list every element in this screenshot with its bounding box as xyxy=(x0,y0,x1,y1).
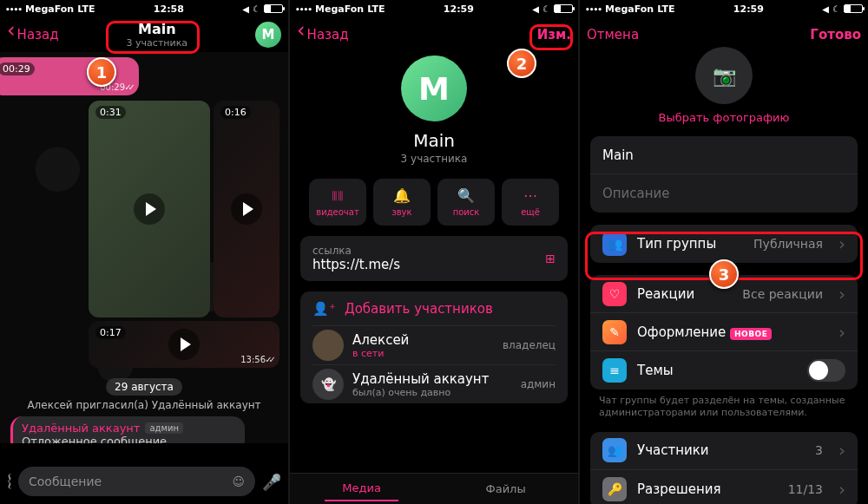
message-input[interactable]: Сообщение ☺ xyxy=(18,467,255,496)
topics-row: ≡ Темы xyxy=(590,351,858,389)
back-button[interactable]: Назад xyxy=(297,27,349,43)
group-info-body: M Main 3 участника ⦀⦀ видеочат 🔔 звук 🔍 … xyxy=(290,52,578,504)
permissions-label: Разрешения xyxy=(637,481,778,497)
member-name: Алексей xyxy=(352,332,409,348)
attach-icon[interactable]: 𝄔 xyxy=(7,471,11,493)
chat-messages[interactable]: 00:29 00:29 0:31 0:16 0:17 13:56 29 авгу… xyxy=(0,52,288,443)
qr-icon[interactable]: ⊞ xyxy=(545,252,556,265)
topics-toggle[interactable] xyxy=(807,359,845,382)
moon-icon: ☾ xyxy=(542,4,550,14)
permissions-icon: 🔑 xyxy=(602,477,627,501)
settings-card: ♡ Реакции Все реакции ✎ Оформление НОВОЕ… xyxy=(590,275,858,389)
moon-icon: ☾ xyxy=(253,4,260,14)
action-label: поиск xyxy=(453,207,480,217)
cancel-button[interactable]: Отмена xyxy=(587,27,639,43)
callout-2: 2 xyxy=(507,49,536,78)
play-icon xyxy=(231,193,262,225)
group-name: Main xyxy=(413,130,455,151)
battery-icon xyxy=(844,4,863,13)
add-members-button[interactable]: 👤⁺ Добавить участников xyxy=(312,291,556,326)
reply-preview[interactable]: Удалённый аккаунт админ Отложенное сообщ… xyxy=(10,416,245,443)
play-icon xyxy=(134,193,165,225)
video-duration: 0:17 xyxy=(95,326,126,339)
sticker-icon[interactable]: ☺ xyxy=(232,475,245,488)
sent-video-3[interactable]: 0:16 xyxy=(214,101,279,317)
appearance-label: Оформление НОВОЕ xyxy=(637,324,823,340)
carrier-label: MegaFon xyxy=(315,3,364,15)
action-label: видеочат xyxy=(316,207,358,217)
link-value: https://t.me/s xyxy=(312,257,400,272)
action-label: звук xyxy=(391,207,411,217)
member-avatar: 👻 xyxy=(312,369,344,400)
callout-3: 3 xyxy=(709,259,739,289)
tab-media[interactable]: Медиа xyxy=(325,476,398,501)
signal-icon xyxy=(295,3,312,15)
members-card: 👤⁺ Добавить участников Алексей в сети вл… xyxy=(300,291,568,403)
network-label: LTE xyxy=(367,3,385,15)
more-button[interactable]: ⋯ ещё xyxy=(502,179,559,226)
group-info-navbar: Назад Изм. xyxy=(290,17,578,52)
chat-title-button[interactable]: Main 3 участника xyxy=(59,21,255,49)
media-group[interactable]: 0:31 0:16 0:17 13:56 xyxy=(89,101,279,370)
chevron-right-icon xyxy=(833,322,845,343)
reactions-label: Реакции xyxy=(637,286,732,302)
members-button[interactable]: 👥 Участники 3 xyxy=(590,432,858,470)
add-user-icon: 👤⁺ xyxy=(312,301,336,317)
avatar-letter: M xyxy=(262,27,275,43)
voice-icon[interactable]: 🎤 xyxy=(262,473,281,491)
appearance-button[interactable]: ✎ Оформление НОВОЕ xyxy=(590,313,858,351)
chat-title: Main xyxy=(59,21,255,37)
location-icon: ◀ xyxy=(532,4,539,14)
search-button[interactable]: 🔍 поиск xyxy=(437,179,495,226)
sent-video-2[interactable]: 0:31 xyxy=(89,101,210,317)
permissions-button[interactable]: 🔑 Разрешения 11/13 xyxy=(590,470,858,504)
group-type-card: 👥 Тип группы Публичная xyxy=(590,225,858,263)
chevron-right-icon xyxy=(833,284,845,304)
video-duration: 0:16 xyxy=(220,106,251,119)
chevron-right-icon xyxy=(833,233,845,254)
action-buttons: ⦀⦀ видеочат 🔔 звук 🔍 поиск ⋯ ещё xyxy=(309,179,559,226)
set-photo-button[interactable]: Выбрать фотографию xyxy=(580,111,868,124)
screen-group-info: MegaFon LTE 12:59 ◀ ☾ Назад Изм. 2 M Mai… xyxy=(290,0,578,504)
group-type-button[interactable]: 👥 Тип группы Публичная xyxy=(590,225,858,263)
change-photo-button[interactable] xyxy=(695,47,753,104)
member-avatar xyxy=(312,330,344,361)
topics-label: Темы xyxy=(637,363,797,378)
video-duration: 0:31 xyxy=(95,106,126,119)
edit-button[interactable]: Изм. xyxy=(537,27,571,43)
member-row[interactable]: Алексей в сети владелец xyxy=(312,326,556,365)
member-status: был(а) очень давно xyxy=(352,387,489,398)
chat-avatar[interactable]: M xyxy=(255,22,281,48)
chat-subtitle: 3 участника xyxy=(59,37,255,49)
back-label: Назад xyxy=(307,27,349,43)
date-separator: 29 августа xyxy=(106,378,182,396)
name-desc-card: Main Описание xyxy=(590,136,858,213)
status-time: 12:58 xyxy=(154,3,184,15)
reply-text: Отложенное сообщение, xyxy=(22,435,236,443)
members-label: Участники xyxy=(637,442,805,458)
signal-icon xyxy=(5,3,22,15)
group-name-input[interactable]: Main xyxy=(590,136,858,174)
chevron-left-icon xyxy=(297,27,306,43)
status-bar: MegaFon LTE 12:59 ◀ ☾ xyxy=(580,0,868,17)
group-desc-input[interactable]: Описание xyxy=(590,174,858,213)
sent-video-4[interactable]: 0:17 13:56 xyxy=(89,321,279,368)
group-avatar[interactable]: M xyxy=(401,56,467,121)
members-icon: 👥 xyxy=(602,438,627,462)
back-button[interactable]: Назад xyxy=(7,27,59,43)
chevron-right-icon xyxy=(833,440,845,461)
new-badge: НОВОЕ xyxy=(730,328,772,340)
status-bar: MegaFon LTE 12:59 ◀ ☾ xyxy=(290,0,578,17)
sound-button[interactable]: 🔔 звук xyxy=(373,179,431,226)
sent-video-1[interactable]: 00:29 00:29 xyxy=(0,57,139,95)
member-row[interactable]: 👻 Удалённый аккаунт был(а) очень давно а… xyxy=(312,365,556,403)
videochat-button[interactable]: ⦀⦀ видеочат xyxy=(309,179,366,226)
tab-files[interactable]: Файлы xyxy=(469,477,543,501)
admin-card: 👥 Участники 3 🔑 Разрешения 11/13 xyxy=(590,432,858,504)
group-type-label: Тип группы xyxy=(637,236,743,252)
network-label: LTE xyxy=(77,3,95,15)
link-card[interactable]: ссылка https://t.me/s ⊞ xyxy=(300,236,568,281)
input-placeholder: Сообщение xyxy=(29,475,102,488)
callout-1: 1 xyxy=(87,57,116,87)
done-button[interactable]: Готово xyxy=(810,27,861,43)
